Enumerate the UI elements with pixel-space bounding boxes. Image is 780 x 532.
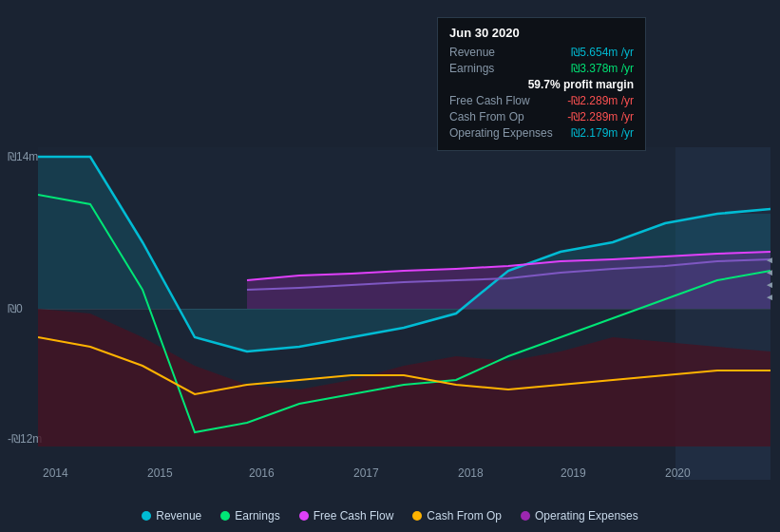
arrow-2[interactable]: ◄ (765, 267, 774, 277)
tooltip-opex-value: ₪2.179m /yr (571, 126, 634, 140)
legend-revenue-dot (142, 511, 151, 521)
tooltip-title: Jun 30 2020 (449, 26, 634, 40)
x-label-2018: 2018 (458, 466, 484, 480)
y-label-top: ₪14m (8, 150, 38, 163)
legend-fcf-label: Free Cash Flow (314, 509, 394, 522)
side-arrows[interactable]: ◄ ◄ ◄ ◄ (765, 255, 774, 302)
tooltip-revenue-row: Revenue ₪5.654m /yr (449, 46, 634, 59)
legend-cashfromop-label: Cash From Op (427, 509, 502, 522)
x-label-2019: 2019 (561, 466, 586, 480)
x-label-2017: 2017 (353, 466, 379, 480)
x-label-2014: 2014 (43, 466, 68, 480)
legend-opex-dot (521, 511, 530, 521)
legend-earnings-label: Earnings (235, 509, 279, 522)
tooltip-box: Jun 30 2020 Revenue ₪5.654m /yr Earnings… (437, 17, 646, 151)
x-label-2016: 2016 (249, 466, 275, 480)
tooltip-revenue-label: Revenue (449, 46, 495, 59)
tooltip-opex-row: Operating Expenses ₪2.179m /yr (449, 126, 634, 140)
legend: Revenue Earnings Free Cash Flow Cash Fro… (0, 509, 780, 522)
legend-revenue-label: Revenue (156, 509, 201, 522)
legend-opex[interactable]: Operating Expenses (521, 509, 638, 522)
tooltip-fcf-label: Free Cash Flow (449, 94, 530, 107)
x-label-2015: 2015 (147, 466, 173, 480)
chart-svg (38, 147, 770, 446)
legend-opex-label: Operating Expenses (535, 509, 638, 522)
arrow-3[interactable]: ◄ (765, 279, 774, 290)
tooltip-margin-row: 59.7% profit margin (449, 78, 634, 91)
legend-fcf[interactable]: Free Cash Flow (299, 509, 394, 522)
tooltip-cashfromop-label: Cash From Op (449, 110, 524, 124)
tooltip-revenue-value: ₪5.654m /yr (571, 46, 634, 59)
arrow-4[interactable]: ◄ (765, 292, 774, 302)
legend-fcf-dot (299, 511, 309, 521)
tooltip-margin-value: 59.7% profit margin (528, 78, 634, 91)
legend-cashfromop[interactable]: Cash From Op (412, 509, 502, 522)
legend-earnings[interactable]: Earnings (220, 509, 279, 522)
tooltip-earnings-row: Earnings ₪3.378m /yr (449, 62, 634, 75)
tooltip-fcf-value: -₪2.289m /yr (567, 94, 634, 107)
tooltip-earnings-value: ₪3.378m /yr (571, 62, 634, 75)
y-label-zero: ₪0 (8, 302, 23, 315)
legend-earnings-dot (220, 511, 230, 521)
tooltip-opex-label: Operating Expenses (449, 126, 553, 140)
tooltip-fcf-row: Free Cash Flow -₪2.289m /yr (449, 94, 634, 107)
arrow-1[interactable]: ◄ (765, 255, 774, 265)
x-label-2020: 2020 (665, 466, 691, 480)
tooltip-cashfromop-row: Cash From Op -₪2.289m /yr (449, 110, 634, 124)
chart-container: Jun 30 2020 Revenue ₪5.654m /yr Earnings… (0, 0, 780, 532)
tooltip-cashfromop-value: -₪2.289m /yr (567, 110, 634, 124)
legend-revenue[interactable]: Revenue (142, 509, 201, 522)
legend-cashfromop-dot (412, 511, 422, 521)
y-label-bottom: -₪12m (8, 432, 42, 446)
tooltip-earnings-label: Earnings (449, 62, 494, 75)
